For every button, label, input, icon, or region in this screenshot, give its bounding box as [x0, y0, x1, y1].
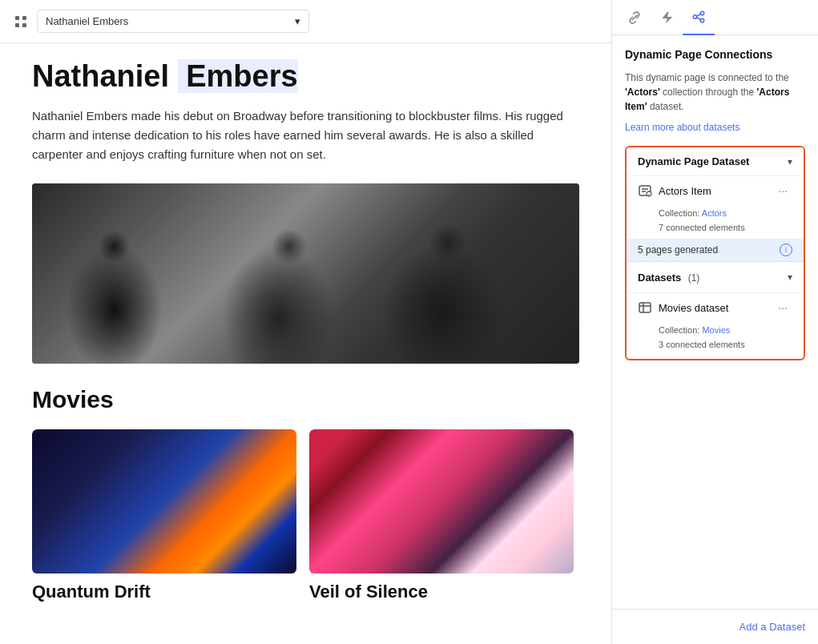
dynamic-page-dataset-label: Dynamic Page Dataset [638, 155, 749, 167]
pages-generated-row: 5 pages generated i [627, 239, 804, 261]
actors-item-left: • Actors Item [638, 183, 711, 198]
datasets-caret-icon: ▾ [788, 272, 792, 283]
movies-dataset-icon [638, 300, 652, 315]
panel-content: Dynamic Page Connections This dynamic pa… [612, 35, 818, 609]
movies-collection-meta: Collection: Movies [627, 322, 804, 338]
movie-thumbnail-1 [32, 429, 296, 574]
movies-dataset-left: Movies dataset [638, 300, 728, 315]
dataset-item-icon: • [638, 183, 652, 198]
movies-dataset-label: Movies dataset [659, 302, 728, 314]
svg-rect-2 [15, 23, 19, 27]
movie-title-1: Quantum Drift [32, 582, 296, 602]
dynamic-page-dataset-header[interactable]: Dynamic Page Dataset ▾ [627, 147, 804, 175]
right-panel: Dynamic Page Connections This dynamic pa… [611, 0, 818, 644]
actor-name: Nathaniel Embers [32, 59, 579, 94]
movie-thumbnail-2 [309, 429, 574, 574]
tab-link[interactable] [619, 0, 651, 35]
svg-line-8 [697, 17, 701, 18]
panel-footer: Add a Dataset [612, 609, 818, 644]
actors-item-more-button[interactable]: ··· [773, 183, 792, 199]
tab-connections[interactable] [683, 0, 715, 35]
actor-bio: Nathaniel Embers made his debut on Broad… [32, 107, 577, 164]
movies-grid: Quantum Drift Veil of Silence [32, 429, 579, 602]
movie-card-1: Quantum Drift [32, 429, 296, 602]
movies-collection-link[interactable]: Movies [702, 325, 730, 335]
movies-dataset-more-button[interactable]: ··· [773, 300, 792, 316]
movies-connected-elements: 3 connected elements [627, 338, 804, 359]
datasets-sub-left: Datasets (1) [638, 270, 699, 284]
datasets-sub-right: ▾ [788, 272, 792, 283]
actors-item-label: Actors Item [659, 185, 711, 197]
add-dataset-button[interactable]: Add a Dataset [739, 621, 805, 633]
actor-image [32, 183, 579, 364]
top-bar: Nathaniel Embers ▾ [0, 0, 611, 43]
chevron-down-icon: ▾ [295, 15, 300, 27]
tab-bolt[interactable] [651, 0, 683, 35]
svg-rect-1 [22, 16, 26, 20]
movies-dataset-row: Movies dataset ··· [627, 292, 804, 322]
dynamic-page-caret-icon: ▾ [788, 156, 792, 167]
pages-generated-text: 5 pages generated [638, 244, 718, 256]
info-icon[interactable]: i [780, 244, 792, 256]
svg-rect-0 [15, 16, 19, 20]
movie-wedding-bg [309, 429, 574, 574]
datasets-sub-header[interactable]: Datasets (1) ▾ [627, 261, 804, 292]
connections-desc: This dynamic page is connected to the 'A… [625, 70, 805, 114]
movies-heading: Movies [32, 386, 579, 413]
actors-item-row: • Actors Item ··· [627, 175, 804, 205]
dropdown-value: Nathaniel Embers [46, 15, 128, 27]
connections-title: Dynamic Page Connections [625, 48, 805, 61]
actor-photo-bg [32, 183, 579, 364]
grid-icon [13, 14, 29, 30]
movie-card-2: Veil of Silence [309, 429, 574, 602]
actor-dropdown[interactable]: Nathaniel Embers ▾ [37, 10, 309, 33]
svg-line-7 [697, 14, 701, 15]
learn-more-link[interactable]: Learn more about datasets [625, 122, 805, 133]
svg-text:•: • [648, 192, 650, 197]
dataset-section: Dynamic Page Dataset ▾ • Acto [625, 146, 805, 360]
movie-title-2: Veil of Silence [309, 582, 574, 602]
actors-collection-meta: Collection: Actors [627, 205, 804, 221]
left-panel: Nathaniel Embers ▾ Nathaniel Embers Nath… [0, 0, 611, 644]
panel-tabs [612, 0, 818, 35]
actors-connected-elements: 7 connected elements [627, 221, 804, 239]
actors-collection-link[interactable]: Actors [702, 208, 727, 218]
content-area: Nathaniel Embers Nathaniel Embers made h… [0, 43, 611, 642]
svg-rect-3 [22, 23, 26, 27]
svg-rect-14 [639, 303, 651, 312]
actor-name-highlight: Embers [178, 59, 298, 93]
svg-point-4 [693, 14, 697, 18]
connections-collection: 'Actors' [625, 87, 660, 98]
datasets-label: Datasets [638, 272, 681, 284]
movie-circuit-bg [32, 429, 296, 574]
datasets-count: (1) [688, 272, 700, 284]
